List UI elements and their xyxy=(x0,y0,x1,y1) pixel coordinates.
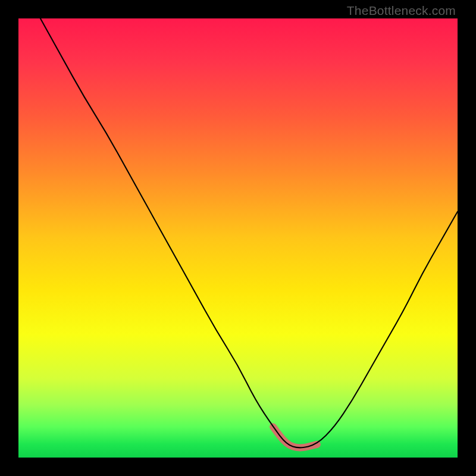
bottleneck-highlight xyxy=(273,427,317,447)
curve-layer xyxy=(18,18,458,458)
watermark-text: TheBottleneck.com xyxy=(347,4,456,18)
bottleneck-curve xyxy=(40,18,458,447)
plot-area xyxy=(18,18,458,458)
chart-container: TheBottleneck.com xyxy=(0,0,476,476)
